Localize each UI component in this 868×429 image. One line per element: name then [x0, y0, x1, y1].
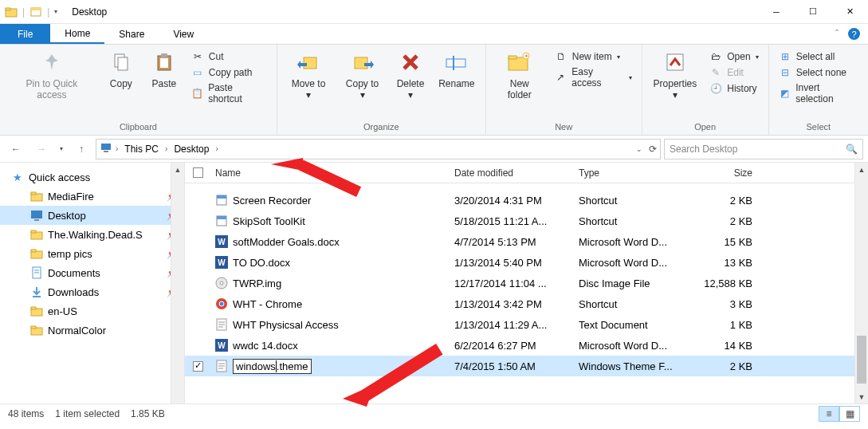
help-icon[interactable]: ?	[848, 28, 860, 40]
pin-icon	[39, 49, 65, 75]
svg-text:✦: ✦	[523, 53, 528, 60]
annotation-arrow	[271, 158, 367, 222]
file-row[interactable]: WTO DO.docx 1/13/2014 5:40 PM Microsoft …	[185, 252, 868, 273]
svg-rect-33	[31, 307, 36, 309]
file-icon	[215, 214, 228, 227]
new-folder-button[interactable]: ✦ New folder	[493, 48, 547, 102]
titlebar: | | ▾ Desktop ─ ☐ ✕	[0, 0, 868, 24]
nav-item[interactable]: NormalColor	[0, 321, 184, 340]
chevron-icon[interactable]: ›	[116, 144, 118, 153]
row-checkbox[interactable]: ✓	[193, 361, 203, 372]
rename-button[interactable]: Rename	[434, 48, 479, 91]
select-all-button[interactable]: ⊞Select all	[776, 49, 862, 64]
explorer-icon	[5, 6, 18, 18]
file-row[interactable]: WsoftModder Goals.docx 4/7/2014 5:13 PM …	[185, 231, 868, 252]
crumb-pc[interactable]: This PC	[121, 144, 162, 155]
svg-rect-27	[31, 250, 36, 252]
search-input[interactable]: Search Desktop 🔍	[664, 139, 863, 159]
col-size[interactable]: Size	[692, 167, 772, 179]
nav-item[interactable]: Desktop 📌	[0, 206, 184, 225]
refresh-icon[interactable]: ⟳	[649, 144, 657, 155]
delete-icon	[398, 49, 423, 75]
svg-rect-23	[34, 219, 39, 221]
open-button[interactable]: 🗁Open ▾	[706, 49, 761, 64]
file-row[interactable]: WHT - Chrome 1/13/2014 3:42 PM Shortcut …	[185, 293, 868, 314]
select-all-checkbox[interactable]	[193, 167, 203, 178]
search-icon[interactable]: 🔍	[846, 144, 858, 155]
file-row[interactable]: Wwwdc 14.docx 6/2/2014 6:27 PM Microsoft…	[185, 335, 868, 356]
copy-path-button[interactable]: ▭Copy path	[188, 65, 270, 80]
paste-icon	[151, 49, 177, 75]
cut-button[interactable]: ✂Cut	[188, 49, 270, 64]
star-icon: ★	[11, 171, 24, 183]
close-button[interactable]: ✕	[831, 0, 868, 24]
scroll-down-icon[interactable]: ▼	[855, 390, 868, 403]
file-icon	[215, 297, 228, 310]
chevron-icon[interactable]: ›	[165, 144, 167, 153]
delete-button[interactable]: Delete▾	[391, 48, 430, 102]
nav-item[interactable]: MediaFire 📌	[0, 187, 184, 206]
easy-access-button[interactable]: ↗Easy access ▾	[552, 65, 635, 89]
file-row[interactable]: TWRP.img 12/17/2014 11:04 ... Disc Image…	[185, 273, 868, 293]
share-tab[interactable]: Share	[104, 24, 159, 44]
nav-item[interactable]: Documents 📌	[0, 263, 184, 282]
scroll-thumb[interactable]	[857, 336, 866, 384]
scroll-up-icon[interactable]: ▲	[171, 163, 184, 176]
nav-item[interactable]: The.Walking.Dead.S 📌	[0, 225, 184, 244]
nav-item[interactable]: Downloads 📌	[0, 282, 184, 301]
history-button[interactable]: 🕘History	[706, 81, 761, 96]
nav-item[interactable]: temp pics 📌	[0, 244, 184, 263]
ribbon: Pin to Quick access Copy Paste ✂Cut ▭Cop…	[0, 45, 868, 136]
copy-button[interactable]: Copy	[102, 48, 140, 91]
paste-button[interactable]: Paste	[145, 48, 183, 91]
copypath-icon: ▭	[191, 66, 204, 79]
rename-input[interactable]: windows.theme	[233, 359, 312, 374]
svg-rect-37	[217, 195, 226, 199]
move-to-button[interactable]: Move to ▾	[284, 48, 333, 102]
crumb-dropdown-icon[interactable]: ⌄	[636, 145, 642, 153]
nav-quick-access[interactable]: ★ Quick access	[0, 167, 184, 187]
minimize-button[interactable]: ─	[758, 0, 795, 24]
col-date[interactable]: Date modified	[448, 167, 572, 179]
forward-button[interactable]: →	[30, 139, 53, 159]
qat-props-icon[interactable]	[29, 6, 42, 18]
pasteshort-icon: 📋	[191, 87, 203, 100]
maximize-button[interactable]: ☐	[795, 0, 831, 24]
folder-icon	[30, 305, 43, 317]
pin-quick-access-button[interactable]: Pin to Quick access	[6, 48, 97, 102]
group-open-label: Open	[649, 120, 762, 133]
home-tab[interactable]: Home	[50, 24, 104, 44]
new-item-button[interactable]: 🗋New item ▾	[552, 49, 635, 64]
up-button[interactable]: ↑	[70, 139, 92, 159]
window-title: Desktop	[72, 6, 107, 18]
col-type[interactable]: Type	[572, 167, 692, 179]
ribbon-collapse-icon[interactable]: ˆ	[835, 29, 839, 40]
file-row-editing[interactable]: ✓ windows.theme 7/4/2015 1:50 AM Windows…	[185, 356, 868, 376]
rename-icon	[444, 49, 469, 75]
select-none-button[interactable]: ⊟Select none	[776, 65, 862, 80]
nav-item[interactable]: en-US	[0, 301, 184, 321]
qat-dropdown-icon[interactable]: ▾	[54, 8, 57, 15]
copy-icon	[108, 49, 134, 75]
qat-sep2: |	[47, 6, 49, 18]
details-view-button[interactable]: ≡	[819, 406, 839, 422]
svg-rect-19	[104, 151, 108, 152]
svg-rect-61	[362, 344, 443, 401]
icons-view-button[interactable]: ▦	[839, 406, 860, 422]
chevron-icon[interactable]: ›	[215, 144, 218, 153]
crumb-desktop[interactable]: Desktop	[171, 144, 212, 155]
file-icon: W	[215, 339, 228, 352]
view-tab[interactable]: View	[159, 24, 208, 44]
recent-button[interactable]: ▾	[56, 139, 67, 159]
copy-to-button[interactable]: Copy to ▾	[338, 48, 387, 102]
cut-icon: ✂	[191, 50, 204, 63]
invert-selection-button[interactable]: ◩Invert selection	[776, 81, 862, 105]
folder-icon	[30, 247, 43, 260]
paste-shortcut-button[interactable]: 📋Paste shortcut	[188, 81, 270, 105]
file-row[interactable]: WHT Physicsal Access 1/13/2014 11:29 A..…	[185, 314, 868, 335]
back-button[interactable]: ←	[5, 139, 27, 159]
properties-button[interactable]: Properties▾	[649, 48, 702, 102]
file-tab[interactable]: File	[0, 24, 50, 44]
scroll-up-icon[interactable]: ▲	[855, 163, 868, 176]
breadcrumb[interactable]: › This PC › Desktop › ⌄ ⟳	[96, 139, 661, 159]
